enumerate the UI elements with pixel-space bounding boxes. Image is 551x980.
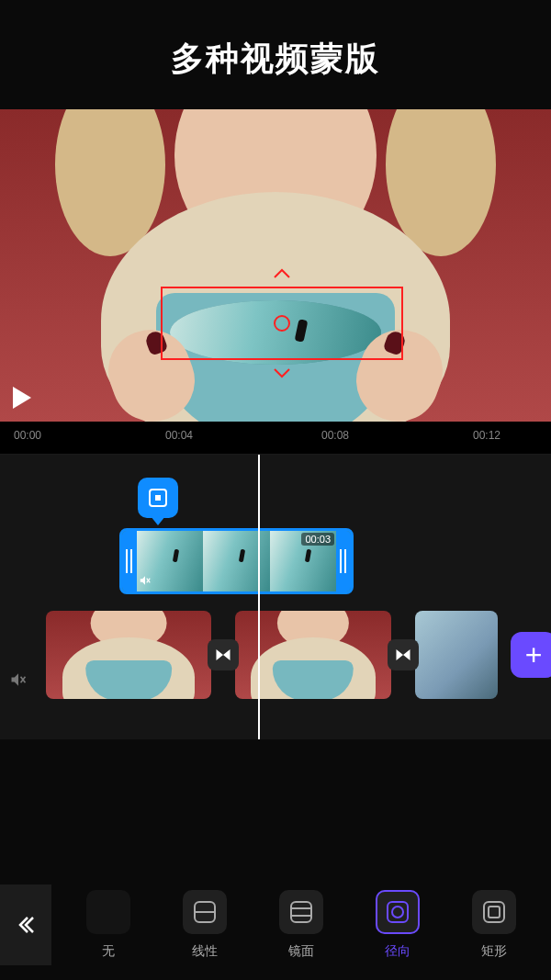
clip-trim-right-handle[interactable] bbox=[336, 531, 351, 591]
decor bbox=[156, 293, 395, 422]
mask-option-none[interactable]: 无 bbox=[86, 890, 130, 960]
svg-rect-12 bbox=[489, 907, 500, 918]
mask-linear-icon bbox=[183, 890, 227, 934]
transition-button[interactable] bbox=[388, 639, 419, 670]
time-ruler[interactable]: 00:00 00:04 00:08 00:12 bbox=[0, 422, 551, 455]
mask-none-icon bbox=[86, 890, 130, 934]
mask-option-label: 线性 bbox=[192, 943, 218, 960]
timeline[interactable]: 00:03 + bbox=[0, 455, 551, 739]
ruler-tick: 00:00 bbox=[14, 429, 41, 442]
svg-point-10 bbox=[392, 907, 403, 918]
main-clip[interactable] bbox=[46, 611, 211, 699]
video-preview[interactable] bbox=[0, 109, 551, 422]
mask-option-radial[interactable]: 径向 bbox=[376, 890, 420, 960]
clip-trim-left-handle[interactable] bbox=[122, 531, 137, 591]
svg-rect-11 bbox=[484, 902, 504, 922]
back-button[interactable] bbox=[0, 884, 51, 965]
playhead[interactable] bbox=[258, 455, 260, 739]
mask-option-mirror[interactable]: 镜面 bbox=[279, 890, 323, 960]
overlay-clip[interactable]: 00:03 bbox=[119, 528, 354, 594]
transition-button[interactable] bbox=[208, 639, 239, 670]
mask-option-label: 径向 bbox=[385, 943, 410, 960]
ruler-tick: 00:04 bbox=[165, 429, 193, 442]
overlay-track: 00:03 bbox=[119, 528, 354, 594]
mask-rect-icon bbox=[472, 890, 516, 934]
page-title: 多种视频蒙版 bbox=[0, 0, 551, 109]
mask-mirror-icon bbox=[279, 890, 323, 934]
svg-rect-6 bbox=[291, 902, 311, 922]
mask-option-linear[interactable]: 线性 bbox=[183, 890, 227, 960]
svg-rect-9 bbox=[388, 902, 408, 922]
ruler-tick: 00:12 bbox=[473, 429, 500, 442]
volume-mute-icon[interactable] bbox=[9, 670, 28, 693]
volume-mute-icon bbox=[139, 574, 152, 590]
play-button[interactable] bbox=[13, 387, 31, 409]
ruler-tick: 00:08 bbox=[321, 429, 349, 442]
mask-options: 无 线性 镜面 径向 矩形 bbox=[51, 890, 551, 960]
clip-duration-badge: 00:03 bbox=[301, 533, 334, 546]
mask-option-label: 无 bbox=[102, 943, 115, 960]
mask-option-label: 矩形 bbox=[481, 943, 507, 960]
mask-toolbar: 无 线性 镜面 径向 矩形 bbox=[0, 870, 551, 980]
mask-radial-icon bbox=[376, 890, 420, 934]
main-track: + bbox=[0, 611, 551, 699]
mask-option-label: 镜面 bbox=[288, 943, 314, 960]
main-clip[interactable] bbox=[415, 611, 498, 699]
add-clip-button[interactable]: + bbox=[511, 632, 551, 678]
mask-option-rect[interactable]: 矩形 bbox=[472, 890, 516, 960]
keyframe-pin[interactable] bbox=[138, 478, 178, 518]
